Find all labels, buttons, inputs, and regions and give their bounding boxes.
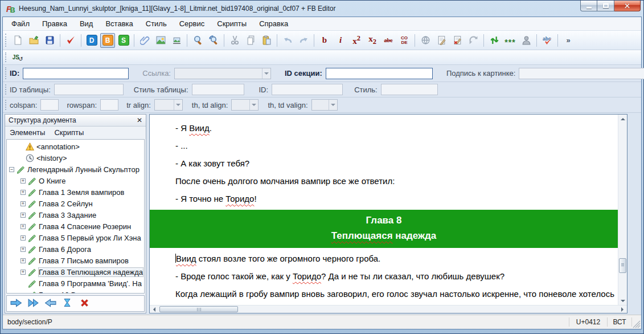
- scroll-left-button[interactable]: [150, 306, 159, 313]
- collapse-icon[interactable]: −: [9, 167, 14, 172]
- tree-item[interactable]: <history>: [7, 152, 144, 164]
- forward-arrow-button[interactable]: [9, 298, 23, 309]
- toolbar-grip[interactable]: [5, 34, 7, 47]
- image-icon[interactable]: [153, 33, 168, 48]
- link-field[interactable]: [174, 68, 271, 79]
- scroll-right-button[interactable]: [618, 306, 627, 313]
- menu-item-insert[interactable]: Вставка: [99, 17, 139, 31]
- minimize-button[interactable]: [580, 1, 597, 11]
- tree-item[interactable]: +Глава 6 Дорога: [7, 243, 144, 255]
- paragraph[interactable]: - ...: [153, 139, 614, 153]
- chevron-down-icon[interactable]: [262, 68, 270, 79]
- cut-icon[interactable]: [227, 33, 242, 48]
- expand-icon[interactable]: +: [20, 235, 26, 241]
- horizontal-scroll-thumb[interactable]: [159, 306, 238, 312]
- cell-style-field[interactable]: [381, 84, 438, 95]
- expand-icon[interactable]: +: [20, 258, 26, 263]
- save-icon[interactable]: [42, 33, 57, 48]
- subscript-icon[interactable]: x2: [365, 33, 380, 48]
- fast-forward-arrow-button[interactable]: [26, 298, 40, 309]
- refresh-scripts-icon[interactable]: JS↺: [10, 50, 25, 65]
- back-arrow-button[interactable]: [43, 298, 57, 309]
- tr-align-field[interactable]: [154, 99, 183, 111]
- toolbar-grip[interactable]: [5, 84, 7, 95]
- tab-scripts[interactable]: Скрипты: [54, 128, 84, 137]
- editor-canvas[interactable]: - Я Виид.- ...- А как зовут тебя?После о…: [149, 114, 627, 313]
- th-td-align-field[interactable]: [231, 99, 259, 111]
- tree-item[interactable]: Глава 10 Выездное мероприят: [7, 289, 144, 294]
- scroll-up-button[interactable]: [618, 115, 627, 123]
- new-document-icon[interactable]: [10, 33, 25, 48]
- menu-item-view[interactable]: Вид: [73, 17, 100, 31]
- menu-item-scripts[interactable]: Скрипты: [211, 17, 253, 31]
- menu-item-style[interactable]: Стиль: [140, 17, 173, 31]
- paste-icon[interactable]: [259, 33, 274, 48]
- bold-icon[interactable]: b: [317, 33, 332, 48]
- expand-icon[interactable]: +: [20, 201, 26, 206]
- tree-item[interactable]: +Глава 2 Сейлун: [7, 198, 144, 209]
- note-icon[interactable]: [434, 33, 449, 48]
- spellcheck-icon[interactable]: abc: [540, 33, 555, 48]
- open-icon[interactable]: [26, 33, 41, 48]
- source-mode-icon[interactable]: S: [116, 33, 131, 48]
- validate-icon[interactable]: [63, 33, 78, 48]
- editor-text-region[interactable]: - Я Виид.- ...- А как зовут тебя?После о…: [150, 115, 618, 305]
- paragraph[interactable]: - Я точно не Торидо!: [153, 192, 614, 206]
- chevron-down-icon[interactable]: [174, 100, 182, 110]
- attachment-icon[interactable]: [137, 33, 152, 48]
- panel-close-icon[interactable]: ✕: [137, 117, 142, 124]
- paragraph[interactable]: После очень долгого молчания вампир все …: [153, 174, 614, 189]
- th-td-valign-field[interactable]: [311, 99, 338, 111]
- paragraph[interactable]: - Я Виид.: [153, 121, 614, 136]
- tree-item[interactable]: −Легендарный Лунный Скульптор: [7, 164, 144, 175]
- paragraph[interactable]: Виид стоял возле того же огромного черно…: [153, 251, 614, 266]
- scroll-down-button[interactable]: [618, 296, 627, 305]
- horizontal-scrollbar[interactable]: [150, 305, 627, 313]
- chevron-down-icon[interactable]: [249, 100, 258, 110]
- tree-item[interactable]: +Глава 4 Спасение Розерин: [7, 221, 144, 232]
- menu-item-help[interactable]: Справка: [253, 17, 294, 31]
- vertical-scrollbar[interactable]: [618, 115, 627, 305]
- chapter-banner[interactable]: Глава 8Теплющаяся надежда: [150, 210, 618, 248]
- chevron-down-icon[interactable]: [329, 100, 337, 110]
- tree-item[interactable]: +Глава 1 Земля вампиров: [7, 186, 144, 198]
- paragraph[interactable]: Когда лежащий в гробу вампир вновь загов…: [153, 287, 614, 305]
- tree-item[interactable]: +Глава 5 Первый урок Ли Хэна: [7, 232, 144, 243]
- expand-icon[interactable]: +: [20, 270, 26, 275]
- expand-icon[interactable]: +: [20, 190, 26, 195]
- password-icon[interactable]: ***: [503, 33, 518, 48]
- vertical-scroll-thumb[interactable]: [619, 258, 626, 273]
- paragraph[interactable]: - А как зовут тебя?: [153, 156, 614, 171]
- body-mode-icon[interactable]: B: [100, 33, 115, 48]
- tree-item[interactable]: +Глава 7 Письмо вампиров: [7, 255, 144, 266]
- refresh-links-icon[interactable]: [466, 33, 481, 48]
- close-button[interactable]: [614, 1, 641, 11]
- delete-note-icon[interactable]: [450, 33, 465, 48]
- table-id-field[interactable]: [54, 84, 124, 95]
- menu-item-file[interactable]: Файл: [5, 17, 36, 31]
- expand-icon[interactable]: +: [20, 213, 26, 218]
- expand-icon[interactable]: +: [20, 247, 26, 252]
- menu-item-service[interactable]: Сервис: [173, 17, 211, 31]
- tab-elements[interactable]: Элементы: [10, 128, 45, 137]
- delete-button[interactable]: [77, 298, 91, 309]
- toolbar-grip[interactable]: [5, 100, 7, 110]
- toolbar-grip[interactable]: [5, 52, 7, 63]
- tree-item[interactable]: +Глава 3 Задание: [7, 209, 144, 221]
- author-icon[interactable]: [519, 33, 534, 48]
- tree-item[interactable]: Глава 9 Программа 'Виид'. На: [7, 278, 144, 289]
- table-style-field[interactable]: [192, 84, 244, 95]
- swap-icon[interactable]: [487, 33, 502, 48]
- rowspan-field[interactable]: [100, 99, 118, 111]
- overflow-chevron-icon[interactable]: »: [561, 33, 576, 48]
- undo-icon[interactable]: [280, 33, 295, 48]
- tree-item[interactable]: <annotation>: [7, 141, 144, 152]
- link-icon[interactable]: [418, 33, 433, 48]
- find-icon[interactable]: [190, 33, 205, 48]
- image-caption-field[interactable]: [519, 68, 644, 79]
- resize-grip[interactable]: [632, 320, 641, 329]
- toolbar-grip[interactable]: [5, 67, 7, 79]
- expand-icon[interactable]: +: [20, 178, 26, 184]
- tree-item[interactable]: +О Книге: [7, 175, 144, 186]
- paragraph[interactable]: - Вроде голос такой же, как у Торидо? Да…: [153, 269, 614, 284]
